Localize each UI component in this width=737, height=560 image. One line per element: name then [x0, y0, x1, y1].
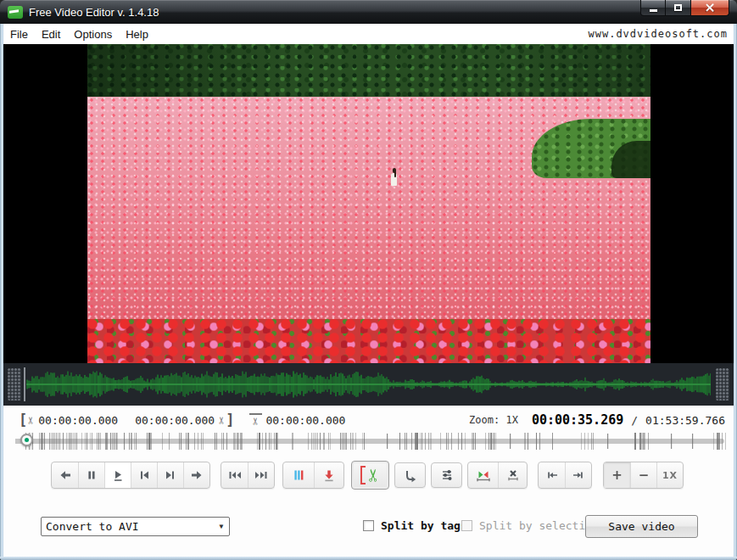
red-download-icon [322, 468, 336, 482]
green-scissors-icon: ✂ [365, 468, 382, 483]
app-window: Free Video Editor v. 1.4.18 File Edit Op… [0, 0, 737, 560]
previous-frame-icon [137, 468, 151, 482]
next-tag-icon [254, 468, 269, 482]
play-icon [111, 468, 125, 482]
zoom-out-button[interactable]: − [630, 462, 656, 488]
cut-selection-button[interactable]: ✂ [351, 461, 389, 490]
clear-selection-icon [506, 468, 520, 482]
previous-frame-button[interactable] [131, 462, 157, 488]
video-foreground-flowers [87, 319, 650, 363]
zoom-in-button[interactable]: + [604, 462, 630, 488]
current-time: 00:00:35.269 [532, 412, 623, 428]
menu-file[interactable]: File [3, 25, 35, 43]
previous-tag-icon [227, 468, 243, 482]
selection-start-time: 00:00:00.000 [38, 414, 118, 427]
output-format-value: Convert to AVI [42, 520, 214, 533]
time-readout-row: [ ✂ 00:00:00.000 00:00:00.000 ✂ ] ✂ 00:0… [19, 412, 725, 428]
waveform-right-grip[interactable] [716, 368, 729, 400]
checkbox-box [363, 520, 374, 531]
waveform-left-grip[interactable] [8, 368, 21, 400]
timeline-playhead[interactable] [20, 434, 33, 446]
video-person [391, 173, 397, 186]
tags-group [282, 462, 344, 489]
playhead-dot [25, 438, 29, 442]
go-to-end-button[interactable] [565, 462, 591, 488]
zoom-reset-label: 1X [662, 470, 678, 481]
pause-icon [85, 468, 98, 482]
video-area [3, 44, 734, 363]
chevron-down-icon: ▼ [214, 523, 229, 530]
arrow-left-icon [59, 468, 72, 482]
app-icon [8, 6, 23, 19]
timeline [14, 429, 727, 453]
play-button[interactable] [104, 462, 131, 488]
timeline-track[interactable] [14, 429, 727, 453]
zoom-reset-button[interactable]: 1X [656, 462, 683, 488]
video-preview [87, 44, 650, 363]
transport-group [51, 462, 210, 489]
selection-end-time: 00:00:00.000 [135, 414, 215, 427]
arrow-right-icon [190, 468, 204, 482]
cut-duration: 00:00:00.000 [265, 414, 345, 427]
title-bar[interactable]: Free Video Editor v. 1.4.18 [0, 0, 737, 24]
waveform-playhead-line [24, 367, 25, 401]
menu-options[interactable]: Options [67, 25, 119, 43]
toolbar: ✂ [3, 456, 734, 494]
zoom-group: + − 1X [603, 462, 684, 489]
pause-button[interactable] [78, 462, 104, 488]
selection-group [467, 462, 528, 489]
next-frame-button[interactable] [157, 462, 183, 488]
split-by-selections-checkbox: Split by selections [461, 519, 606, 532]
window-border-right [734, 24, 737, 560]
selection-markers-icon [476, 468, 491, 482]
settings-sliders-button[interactable] [431, 462, 462, 488]
zoom-out-label: − [639, 468, 650, 483]
time-divider: / [631, 414, 638, 427]
bar-arrow-left-icon [545, 468, 559, 482]
menu-bar: File Edit Options Help www.dvdvideosoft.… [3, 24, 734, 44]
control-panel: [ ✂ 00:00:00.000 00:00:00.000 ✂ ] ✂ 00:0… [3, 406, 734, 557]
rotate-button[interactable] [394, 462, 426, 488]
menu-help[interactable]: Help [119, 25, 155, 43]
total-time: 01:53:59.766 [645, 414, 725, 427]
add-tag-button[interactable] [283, 462, 314, 488]
scissors-icon: ✂ [215, 416, 228, 423]
clear-selection-button[interactable] [498, 462, 527, 488]
tags-icon [292, 468, 305, 482]
maximize-button[interactable] [666, 0, 690, 16]
zoom-level-label: Zoom: 1X [469, 414, 518, 426]
bar-arrow-right-icon [572, 468, 585, 482]
output-row: Convert to AVI ▼ Split by tags Split by … [3, 511, 734, 550]
split-by-tags-checkbox[interactable]: Split by tags [363, 519, 467, 532]
window-border-bottom [0, 557, 737, 560]
playback-times: Zoom: 1X 00:00:35.269 / 01:53:59.766 [469, 412, 725, 428]
close-icon [705, 3, 715, 13]
minimize-icon [650, 9, 657, 12]
curved-arrow-icon [403, 468, 417, 483]
audio-waveform-strip [3, 363, 734, 406]
scissors-icon: ✂ [249, 417, 262, 424]
minimize-button[interactable] [640, 0, 666, 16]
window-border-left [0, 24, 3, 560]
scissors-icon: ✂ [25, 416, 37, 423]
tag-navigation-group [221, 462, 275, 489]
menu-edit[interactable]: Edit [35, 25, 67, 43]
waveform-display[interactable] [26, 363, 711, 406]
go-to-start-button[interactable] [539, 462, 565, 488]
save-video-button[interactable]: Save video [585, 515, 698, 538]
selection-times: [ ✂ 00:00:00.000 00:00:00.000 ✂ ] ✂ 00:0… [19, 412, 349, 428]
next-tag-button[interactable] [248, 462, 274, 488]
previous-tag-button[interactable] [221, 462, 248, 488]
window-title: Free Video Editor v. 1.4.18 [29, 6, 159, 19]
import-tags-button[interactable] [314, 462, 343, 488]
cut-total-icon: ✂ [249, 413, 262, 428]
output-format-dropdown[interactable]: Convert to AVI ▼ [41, 517, 230, 536]
jump-forward-button[interactable] [183, 462, 209, 488]
split-by-tags-label: Split by tags [381, 519, 467, 532]
selection-jump-group [538, 462, 592, 489]
close-button[interactable] [690, 0, 729, 16]
checkbox-box [461, 520, 472, 531]
jump-back-button[interactable] [52, 462, 78, 488]
set-selection-button[interactable] [468, 462, 498, 488]
window-controls [640, 0, 729, 16]
